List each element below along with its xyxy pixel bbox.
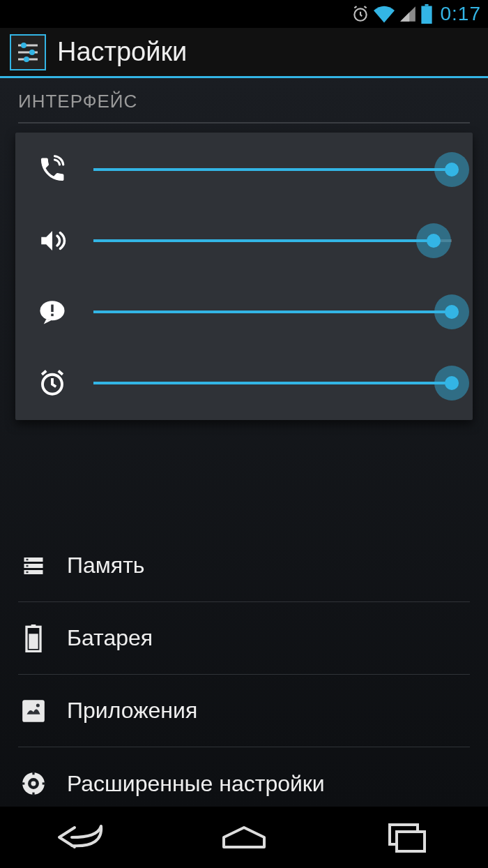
- list-item-label: Приложения: [67, 698, 197, 724]
- svg-rect-24: [32, 793, 34, 796]
- svg-rect-25: [22, 782, 25, 784]
- list-item-battery[interactable]: Батарея: [18, 602, 470, 675]
- status-clock: 0:17: [441, 3, 482, 25]
- status-bar: 0:17: [0, 0, 488, 28]
- settings-app-icon: [10, 34, 46, 70]
- wifi-icon: [374, 5, 395, 23]
- alarm-status-icon: [351, 5, 369, 23]
- volume-slider-ring[interactable]: [93, 156, 452, 184]
- section-divider: [18, 122, 470, 124]
- navigation-bar: [0, 807, 488, 868]
- volume-row-alarm: [36, 367, 452, 399]
- volume-slider-media[interactable]: [93, 227, 452, 255]
- list-item-label: Расширенные настройки: [67, 771, 325, 797]
- page-title: Настройки: [57, 37, 187, 67]
- list-item-storage[interactable]: Память: [18, 530, 470, 602]
- svg-point-6: [29, 50, 35, 55]
- volume-row-ring: [36, 154, 452, 186]
- settings-list: Память Батарея Приложения: [0, 530, 488, 807]
- svg-rect-13: [26, 564, 29, 566]
- volume-slider-alarm[interactable]: [93, 369, 452, 397]
- svg-point-4: [21, 43, 26, 48]
- apps-icon: [18, 698, 49, 724]
- svg-rect-26: [43, 782, 46, 784]
- svg-point-19: [36, 703, 40, 707]
- svg-rect-18: [22, 700, 45, 722]
- list-item-label: Память: [67, 553, 144, 578]
- phone-icon: [36, 154, 68, 186]
- svg-rect-14: [26, 571, 29, 572]
- svg-rect-2: [421, 6, 432, 24]
- alarm-icon: [36, 367, 68, 399]
- signal-icon: [399, 5, 417, 23]
- svg-rect-17: [29, 634, 38, 649]
- battery-icon: [421, 4, 432, 24]
- svg-rect-23: [32, 772, 34, 775]
- volume-slider-notification[interactable]: [93, 298, 452, 326]
- action-bar: Настройки: [0, 28, 488, 78]
- svg-rect-28: [51, 305, 54, 313]
- battery-menu-icon: [18, 624, 49, 652]
- speaker-icon: [36, 225, 68, 257]
- recents-button[interactable]: [365, 816, 448, 858]
- svg-rect-29: [51, 314, 54, 317]
- list-item-advanced[interactable]: Расширенные настройки: [18, 747, 470, 807]
- storage-icon: [18, 553, 49, 578]
- svg-rect-1: [425, 4, 428, 6]
- home-button[interactable]: [202, 816, 286, 858]
- gear-icon: [18, 770, 49, 797]
- svg-point-8: [24, 57, 29, 62]
- svg-rect-32: [397, 832, 425, 851]
- svg-rect-12: [26, 558, 29, 560]
- volume-row-notification: [36, 296, 452, 328]
- list-item-label: Батарея: [67, 625, 153, 651]
- svg-point-22: [31, 781, 36, 786]
- section-header-interface: ИНТЕРФЕЙС: [0, 78, 488, 122]
- volume-row-media: [36, 225, 452, 257]
- list-item-apps[interactable]: Приложения: [18, 675, 470, 747]
- content-area: ИНТЕРФЕЙС Память Батарея: [0, 78, 488, 807]
- back-button[interactable]: [40, 816, 123, 858]
- notification-icon: [36, 296, 68, 328]
- volume-panel: [15, 133, 473, 420]
